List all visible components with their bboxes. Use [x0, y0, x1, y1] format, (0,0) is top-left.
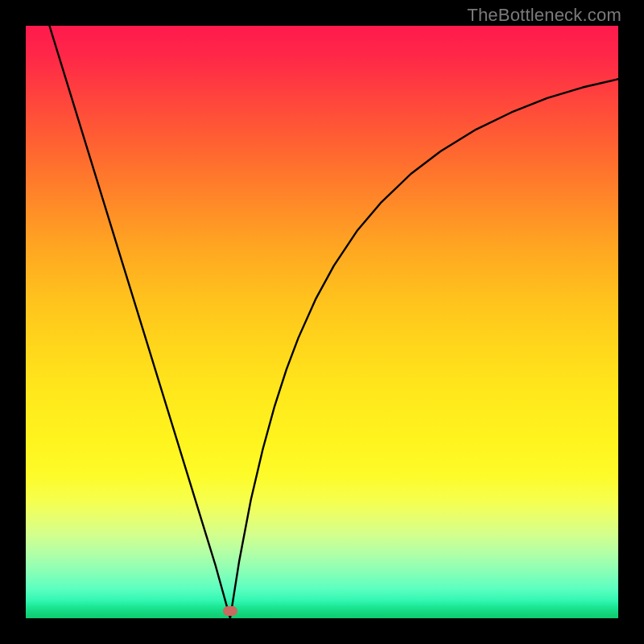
bottleneck-curve: [26, 26, 618, 618]
plot-area: [26, 26, 618, 618]
chart-frame: TheBottleneck.com: [0, 0, 644, 644]
bottleneck-marker: [223, 606, 237, 616]
watermark-text: TheBottleneck.com: [467, 5, 621, 26]
